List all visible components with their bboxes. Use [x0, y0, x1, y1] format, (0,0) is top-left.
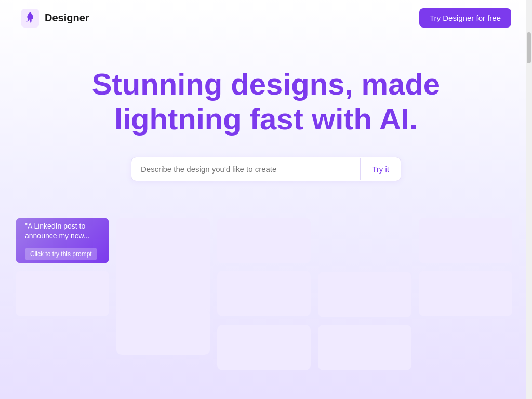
logo-icon — [21, 9, 39, 28]
gallery-card-10 — [217, 325, 311, 370]
hero-title: Stunning designs, made lightning fast wi… — [84, 67, 448, 136]
gallery-section: "A LinkedIn post to announce my new... C… — [0, 202, 532, 370]
try-designer-button[interactable]: Try Designer for free — [419, 8, 511, 28]
gallery-card-4 — [217, 218, 311, 263]
gallery-card-8 — [419, 271, 512, 316]
gallery-card-6 — [318, 272, 411, 317]
gallery-row-2 — [16, 325, 516, 370]
gallery-card-11 — [318, 325, 411, 370]
gallery-card-2 — [16, 271, 109, 316]
logo-area: Designer — [21, 9, 89, 28]
gallery-row-1: "A LinkedIn post to announce my new... C… — [16, 218, 516, 317]
design-search-input[interactable] — [131, 157, 360, 181]
logo-text: Designer — [45, 12, 89, 24]
gallery-card-3 — [116, 218, 210, 316]
search-container: Try it — [131, 157, 401, 181]
hero-section: Stunning designs, made lightning fast wi… — [0, 36, 532, 202]
prompt-card[interactable]: "A LinkedIn post to announce my new... C… — [16, 218, 109, 263]
click-prompt-badge[interactable]: Click to try this prompt — [25, 248, 97, 260]
gallery-card-7 — [419, 218, 512, 263]
prompt-card-text: "A LinkedIn post to announce my new... — [25, 221, 100, 242]
gallery-card-9 — [116, 309, 210, 355]
scrollbar-thumb[interactable] — [527, 32, 531, 63]
try-it-button[interactable]: Try it — [360, 158, 401, 180]
gallery-card-5 — [217, 271, 311, 316]
header: Designer Try Designer for free — [0, 0, 532, 36]
